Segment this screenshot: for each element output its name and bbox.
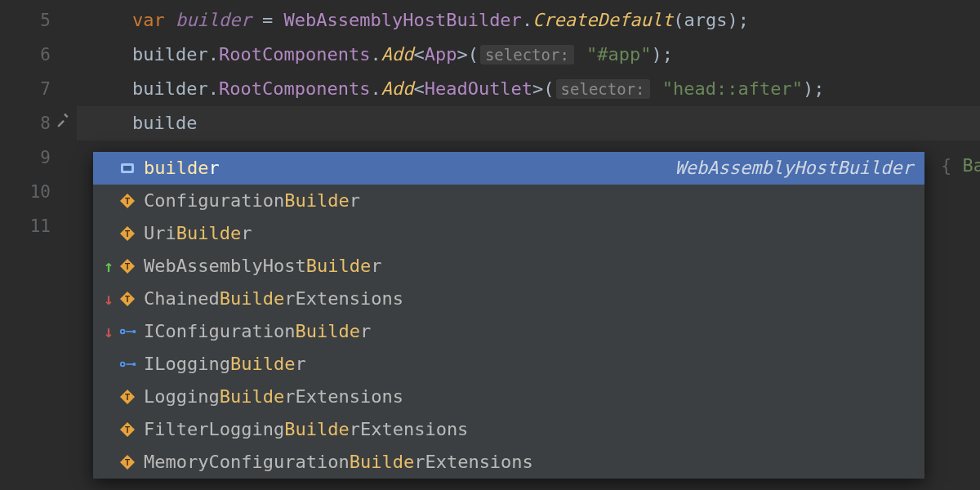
completion-label: WebAssemblyHostBuilder — [144, 250, 381, 283]
variable-icon — [119, 160, 136, 176]
code-editor[interactable]: 5 6 7 8 9 10 11 var builder = WebAssembl… — [0, 0, 980, 490]
svg-point-17 — [132, 363, 136, 366]
svg-text:T: T — [125, 458, 130, 467]
svg-point-15 — [122, 363, 124, 366]
line-number-gutter: 5 6 7 8 9 10 11 — [0, 0, 77, 490]
inline-suggestion: { Bas — [941, 155, 980, 176]
svg-point-13 — [132, 330, 136, 333]
completion-item[interactable]: builderWebAssemblyHostBuilder — [93, 152, 924, 185]
completion-item[interactable]: TFilterLoggingBuilderExtensions — [93, 413, 924, 446]
line-number: 9 — [0, 140, 77, 175]
completion-item[interactable]: TConfigurationBuilder — [93, 185, 924, 217]
code-line[interactable]: var builder = WebAssemblyHostBuilder.Cre… — [77, 3, 980, 38]
build-action-icon[interactable] — [56, 106, 74, 140]
code-line[interactable]: builder.RootComponents.Add<App>(selector… — [77, 38, 980, 72]
parameter-hint: selector: — [480, 45, 574, 65]
line-number: 7 — [0, 72, 77, 106]
class-icon: T — [119, 454, 136, 470]
svg-text:T: T — [125, 229, 130, 238]
completion-item[interactable]: TUriBuilder — [93, 217, 924, 250]
completion-label: ConfigurationBuilder — [144, 185, 360, 217]
rank-down-icon: ↓ — [101, 283, 116, 315]
line-number: 11 — [0, 209, 77, 243]
completion-popup[interactable]: builderWebAssemblyHostBuilderTConfigurat… — [93, 152, 924, 479]
completion-item[interactable]: ↓IConfigurationBuilder — [93, 315, 924, 348]
completion-item[interactable]: ↓TChainedBuilderExtensions — [93, 283, 924, 315]
parameter-hint: selector: — [556, 79, 650, 99]
class-icon: T — [119, 291, 136, 307]
svg-text:T: T — [125, 262, 130, 271]
completion-label: FilterLoggingBuilderExtensions — [144, 413, 468, 446]
completion-label: IConfigurationBuilder — [144, 315, 371, 348]
class-icon: T — [119, 389, 136, 405]
svg-text:T: T — [125, 425, 130, 434]
completion-label: ChainedBuilderExtensions — [144, 283, 403, 315]
interface-icon — [119, 356, 136, 372]
completion-label: LoggingBuilderExtensions — [144, 381, 403, 413]
completion-item[interactable]: ILoggingBuilder — [93, 348, 924, 381]
code-line[interactable]: builder.RootComponents.Add<HeadOutlet>(s… — [77, 72, 980, 106]
line-number: 5 — [0, 3, 77, 38]
code-line-current[interactable]: builde — [77, 106, 980, 140]
class-icon: T — [119, 258, 136, 274]
svg-text:T: T — [125, 393, 130, 402]
completion-label: builder — [144, 152, 220, 185]
class-icon: T — [119, 193, 136, 209]
line-number: 6 — [0, 38, 77, 72]
completion-item[interactable]: TMemoryConfigurationBuilderExtensions — [93, 446, 924, 479]
line-number: 8 — [0, 106, 77, 140]
completion-label: MemoryConfigurationBuilderExtensions — [144, 446, 533, 479]
interface-icon — [119, 323, 136, 340]
svg-rect-1 — [123, 166, 131, 171]
svg-text:T: T — [125, 295, 130, 304]
completion-label: ILoggingBuilder — [144, 348, 306, 381]
class-icon: T — [119, 225, 136, 242]
svg-point-11 — [122, 331, 124, 333]
line-number: 10 — [0, 175, 77, 209]
class-icon: T — [119, 421, 136, 438]
completion-type-hint: WebAssemblyHostBuilder — [675, 152, 913, 185]
svg-text:T: T — [125, 197, 130, 206]
completion-item[interactable]: TLoggingBuilderExtensions — [93, 381, 924, 413]
rank-up-icon: ↑ — [101, 250, 116, 283]
completion-label: UriBuilder — [144, 217, 252, 250]
rank-down-icon: ↓ — [101, 315, 116, 348]
completion-item[interactable]: ↑TWebAssemblyHostBuilder — [93, 250, 924, 283]
